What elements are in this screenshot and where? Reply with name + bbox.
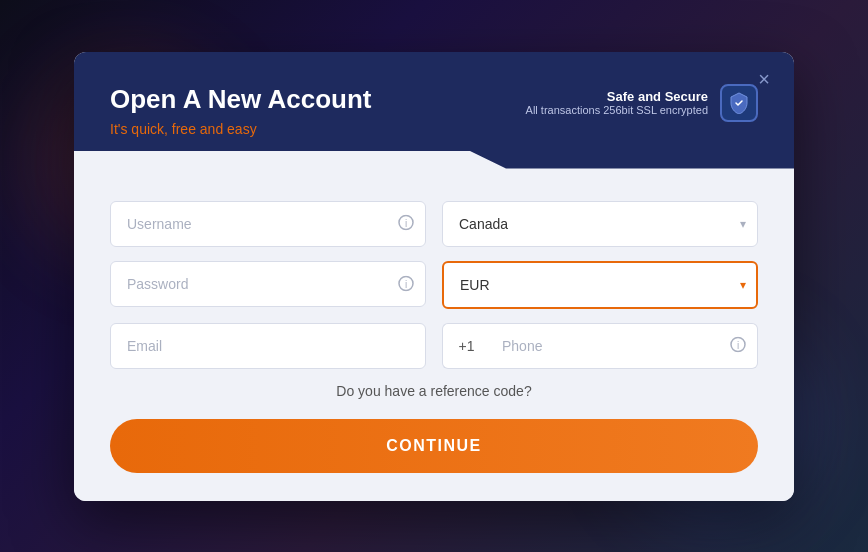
- modal-subtitle: It's quick, free and easy: [110, 121, 371, 137]
- currency-field: EUR USD GBP CAD ▾: [442, 261, 758, 309]
- header-left: Open A New Account It's quick, free and …: [110, 80, 371, 137]
- phone-input[interactable]: [490, 323, 758, 369]
- password-input[interactable]: [110, 261, 426, 307]
- header-right: Safe and Secure All transactions 256bit …: [526, 80, 758, 122]
- country-field: Canada United States United Kingdom Aust…: [442, 201, 758, 247]
- secure-title: Safe and Secure: [526, 89, 708, 104]
- modal-body: i Canada United States United Kingdom Au…: [74, 169, 794, 501]
- form-row-1: i Canada United States United Kingdom Au…: [110, 201, 758, 247]
- form-row-2: i EUR USD GBP CAD ▾: [110, 261, 758, 309]
- phone-wrapper: +1 i: [442, 323, 758, 369]
- continue-button[interactable]: CONTINUE: [110, 419, 758, 473]
- modal-title: Open A New Account: [110, 84, 371, 115]
- form-row-3: +1 i: [110, 323, 758, 369]
- shield-icon: [720, 84, 758, 122]
- currency-select[interactable]: EUR USD GBP CAD: [442, 261, 758, 309]
- username-field: i: [110, 201, 426, 247]
- email-input[interactable]: [110, 323, 426, 369]
- reference-code-text: Do you have a reference code?: [336, 383, 531, 399]
- country-select[interactable]: Canada United States United Kingdom Aust…: [442, 201, 758, 247]
- email-field: [110, 323, 426, 369]
- registration-modal: Open A New Account It's quick, free and …: [74, 52, 794, 501]
- close-button[interactable]: ×: [750, 66, 778, 94]
- reference-code-row: Do you have a reference code?: [110, 383, 758, 399]
- secure-desc: All transactions 256bit SSL encrypted: [526, 104, 708, 116]
- modal-header: Open A New Account It's quick, free and …: [74, 52, 794, 169]
- modal-overlay: Open A New Account It's quick, free and …: [74, 52, 794, 501]
- phone-prefix: +1: [442, 323, 490, 369]
- secure-text: Safe and Secure All transactions 256bit …: [526, 89, 708, 116]
- username-input[interactable]: [110, 201, 426, 247]
- phone-row: +1 i: [442, 323, 758, 369]
- password-field: i: [110, 261, 426, 309]
